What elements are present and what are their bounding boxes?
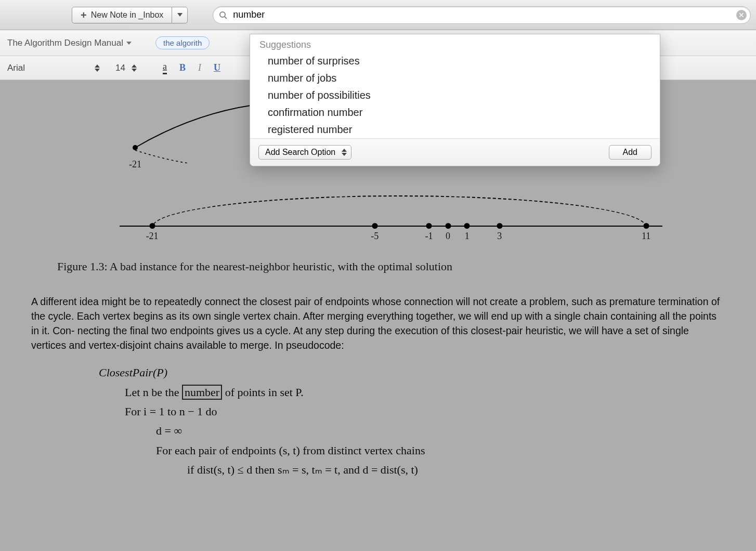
add-button[interactable]: Add [609,145,651,160]
stepper-icon [95,64,100,72]
add-search-option-select[interactable]: Add Search Option [258,145,351,160]
suggestion-item[interactable]: number of jobs [250,70,660,87]
suggestion-item[interactable]: registered number [250,121,660,138]
top-toolbar: + New Note in _Inbox ✕ [0,0,756,30]
new-note-label: New Note in _Inbox [91,10,164,20]
stepper-icon [132,64,137,72]
notebook-selector[interactable]: The Algorithm Design Manual [7,38,132,48]
new-note-dropdown[interactable] [172,7,188,23]
stepper-icon [342,149,347,156]
chevron-down-icon [126,42,132,45]
search-input[interactable] [213,6,751,24]
underline-button[interactable]: U [214,62,220,73]
new-note-group: + New Note in _Inbox [72,7,188,23]
suggestions-footer: Add Search Option Add [250,138,660,166]
font-size-label: 14 [115,63,125,73]
notebook-name-label: The Algorithm Design Manual [7,38,123,48]
size-select[interactable]: 14 [115,63,137,73]
select-label: Add Search Option [265,148,335,157]
svg-point-0 [220,12,225,17]
tag-pill[interactable]: the algorith [155,36,210,49]
search-wrap: ✕ [213,6,751,24]
italic-button[interactable]: I [198,62,201,73]
tag-label: the algorith [163,38,202,47]
search-suggestions-panel: Suggestions number of surprisesnumber of… [250,34,660,166]
plus-icon: + [81,10,87,20]
svg-line-1 [225,17,227,19]
bold-button[interactable]: B [179,62,186,73]
new-note-button[interactable]: + New Note in _Inbox [72,7,172,23]
suggestion-item[interactable]: number of surprises [250,53,660,70]
suggestions-header: Suggestions [250,34,660,53]
text-color-button[interactable]: a [163,61,167,74]
chevron-down-icon [177,13,183,17]
search-icon [219,11,227,19]
suggestion-item[interactable]: number of possibilities [250,87,660,104]
clear-search-icon[interactable]: ✕ [736,10,747,20]
font-name-label: Arial [7,63,25,73]
format-buttons: a B I U [163,61,220,74]
suggestion-item[interactable]: confirmation number [250,104,660,121]
font-select[interactable]: Arial [7,63,100,73]
